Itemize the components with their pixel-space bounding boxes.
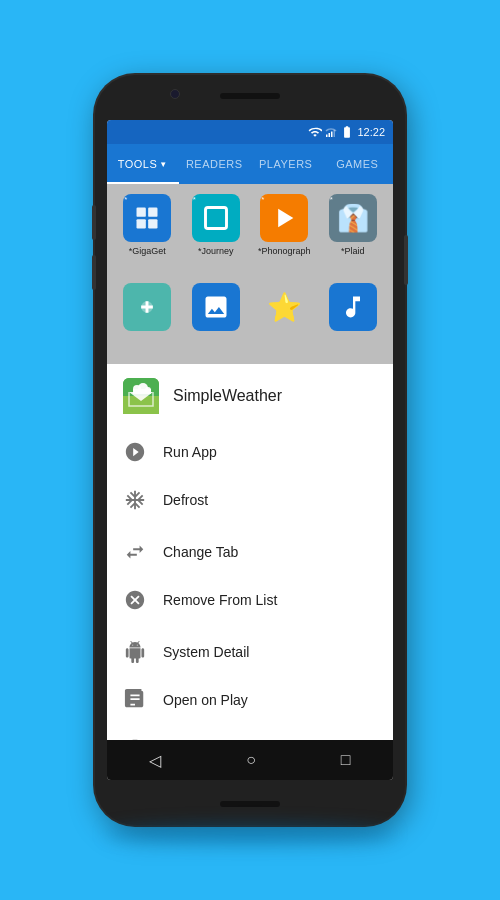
weather-app-icon-svg [123, 378, 159, 414]
list-item[interactable] [323, 283, 384, 354]
play-icon [123, 440, 147, 464]
change-tab-label: Change Tab [163, 544, 238, 560]
context-menu-popup: SimpleWeather Run App Defrost [107, 364, 393, 740]
recents-button[interactable]: □ [341, 751, 351, 769]
volume-down-button[interactable] [92, 255, 96, 290]
remove-list-label: Remove From List [163, 592, 277, 608]
journey-icon: * [192, 194, 240, 242]
screen: 12:22 TOOLS ▼ READERS PLAYERS GAMES [107, 120, 393, 780]
back-button[interactable]: ◁ [149, 751, 161, 770]
menu-item-change-tab[interactable]: Change Tab [107, 528, 393, 576]
svg-marker-9 [278, 209, 293, 228]
svg-rect-3 [334, 130, 336, 137]
defrost-label: Defrost [163, 492, 208, 508]
plaid-label: *Plaid [341, 246, 365, 256]
list-item[interactable]: 👔 * *Plaid [323, 194, 384, 275]
home-button[interactable]: ○ [246, 751, 256, 769]
plaid-icon: 👔 * [329, 194, 377, 242]
svg-rect-1 [329, 133, 331, 137]
app-grid: * *GigaGet * *Journey [107, 184, 393, 364]
speaker-top [220, 93, 280, 99]
svg-rect-6 [137, 219, 146, 228]
tab-players[interactable]: PLAYERS [250, 144, 322, 184]
tab-bar: TOOLS ▼ READERS PLAYERS GAMES [107, 144, 393, 184]
menu-item-remove-list[interactable]: Remove From List [107, 576, 393, 624]
tab-tools[interactable]: TOOLS ▼ [107, 144, 179, 184]
dropdown-arrow-icon: ▼ [159, 160, 167, 169]
list-item[interactable] [186, 283, 247, 354]
time-display: 12:22 [357, 126, 385, 138]
remove-circle-icon [123, 588, 147, 612]
menu-item-defrost[interactable]: Defrost [107, 476, 393, 524]
simpleweather-icon [123, 378, 159, 414]
popup-app-name: SimpleWeather [173, 387, 282, 405]
svg-rect-13 [123, 408, 159, 414]
menu-item-system-detail[interactable]: System Detail [107, 628, 393, 676]
pushbullet-icon [123, 283, 171, 331]
speaker-bottom [220, 801, 280, 807]
snowflake-icon [123, 488, 147, 512]
phone-shell: 12:22 TOOLS ▼ READERS PLAYERS GAMES [95, 75, 405, 825]
gigaget-icon: * [123, 194, 171, 242]
navigation-bar: ◁ ○ □ [107, 740, 393, 780]
open-play-label: Open on Play [163, 692, 248, 708]
svg-rect-5 [148, 208, 157, 217]
battery-icon [340, 125, 354, 139]
list-item[interactable]: * *Journey [186, 194, 247, 275]
phonograph-label: *Phonograph [258, 246, 311, 256]
arrows-icon [123, 540, 147, 564]
journey-label: *Journey [198, 246, 234, 256]
signal-icon [325, 126, 337, 138]
svg-rect-8 [205, 208, 226, 229]
photo-icon [192, 283, 240, 331]
status-bar: 12:22 [107, 120, 393, 144]
gigaget-label: *GigaGet [129, 246, 166, 256]
svg-rect-17 [133, 389, 151, 394]
list-item[interactable]: ⭐ [254, 283, 315, 354]
svg-rect-7 [148, 219, 157, 228]
list-item[interactable]: * *GigaGet [117, 194, 178, 275]
status-icons: 12:22 [308, 125, 385, 139]
camera [170, 89, 180, 99]
svg-rect-2 [331, 132, 333, 138]
android-icon [123, 640, 147, 664]
stars-icon: ⭐ [260, 283, 308, 331]
svg-rect-0 [326, 135, 328, 138]
run-app-label: Run App [163, 444, 217, 460]
music-icon [329, 283, 377, 331]
play-store-icon [123, 688, 147, 712]
popup-app-header: SimpleWeather [107, 364, 393, 428]
system-detail-label: System Detail [163, 644, 249, 660]
menu-item-uninstall[interactable]: Uninstall [107, 724, 393, 740]
wifi-icon [308, 125, 322, 139]
list-item[interactable] [117, 283, 178, 354]
menu-item-open-play[interactable]: Open on Play [107, 676, 393, 724]
tab-readers[interactable]: READERS [179, 144, 251, 184]
tab-games[interactable]: GAMES [322, 144, 394, 184]
volume-up-button[interactable] [92, 205, 96, 240]
phonograph-icon: * [260, 194, 308, 242]
svg-rect-4 [137, 208, 146, 217]
power-button[interactable] [404, 235, 408, 285]
menu-item-run-app[interactable]: Run App [107, 428, 393, 476]
list-item[interactable]: * *Phonograph [254, 194, 315, 275]
